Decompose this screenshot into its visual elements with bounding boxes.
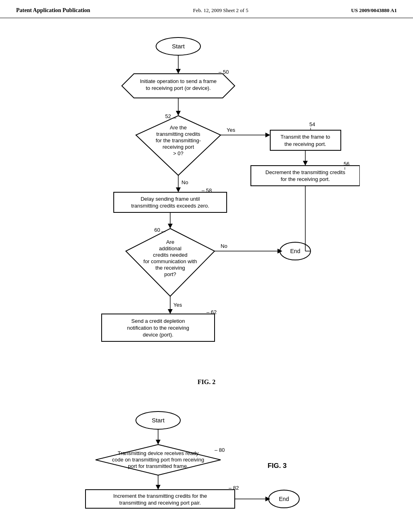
svg-text:to receiving port (or device).: to receiving port (or device). [146,85,211,91]
svg-text:Send a credit depletion: Send a credit depletion [131,318,185,324]
svg-marker-59 [168,309,173,314]
svg-text:device (port).: device (port). [143,332,173,338]
svg-text:transmitting and receiving por: transmitting and receiving port pair. [119,500,201,506]
svg-marker-69 [156,440,161,445]
svg-text:Yes: Yes [173,302,182,308]
svg-marker-3 [176,69,181,74]
svg-text:54: 54 [309,121,315,127]
svg-text:for the receiving port.: for the receiving port. [281,176,330,182]
svg-text:for the transmitting-: for the transmitting- [156,137,201,143]
svg-text:End: End [290,248,300,254]
svg-marker-27 [303,161,308,166]
header-left: Patent Application Publication [16,7,90,14]
svg-text:No: No [181,179,188,185]
svg-text:> 0?: > 0? [173,150,184,156]
svg-text:Transmitting device receives r: Transmitting device receives ready [118,450,199,456]
svg-text:FIG. 3: FIG. 3 [267,462,286,470]
svg-text:Yes: Yes [227,127,236,133]
svg-text:– 80: – 80 [215,447,225,453]
svg-text:60: 60 [154,227,160,233]
svg-text:Are: Are [166,239,174,245]
svg-text:52: 52 [165,113,171,119]
fig2-label: FIG. 2 [0,378,413,386]
page-header: Patent Application Publication Feb. 12, … [0,0,413,18]
svg-text:Start: Start [172,43,185,50]
svg-text:Are the: Are the [170,125,187,131]
svg-text:port?: port? [164,271,176,277]
header-center: Feb. 12, 2009 Sheet 2 of 5 [193,7,248,14]
fig2-diagram: Start – 50 Initiate operation to send a … [0,18,413,400]
svg-text:Start: Start [152,417,165,424]
svg-text:transmitting credits: transmitting credits [156,131,200,137]
svg-marker-9 [176,111,181,116]
svg-text:the receiving port.: the receiving port. [284,141,326,147]
header-right: US 2009/0043880 A1 [351,7,397,14]
svg-text:the receiving: the receiving [155,265,185,271]
svg-text:additional: additional [159,245,181,251]
svg-text:End: End [279,496,289,502]
svg-text:for communication with: for communication with [144,258,197,264]
svg-rect-30 [251,166,360,186]
svg-text:port for transmitted frame.: port for transmitted frame. [128,463,188,469]
svg-text:Delay sending frame until: Delay sending frame until [141,196,200,202]
svg-marker-34 [176,187,181,192]
svg-text:Initiate operation to send a f: Initiate operation to send a frame [140,78,217,84]
fig3-svg: Start – 80 Transmitting device receives … [53,408,360,513]
fig2-svg: Start – 50 Initiate operation to send a … [53,26,360,377]
svg-text:Transmit the frame to: Transmit the frame to [280,134,330,140]
svg-rect-37 [114,192,227,212]
svg-marker-19 [265,133,270,137]
svg-text:transmitting credits exceeds z: transmitting credits exceeds zero. [131,203,209,209]
svg-text:No: No [221,243,227,249]
svg-marker-41 [168,224,173,229]
svg-marker-83 [265,497,270,501]
svg-marker-77 [156,485,161,490]
svg-text:notification to the receiving: notification to the receiving [127,325,189,331]
svg-text:code on transmitting port from: code on transmitting port from receiving [112,457,204,463]
svg-text:Increment the transmitting cre: Increment the transmitting credits for t… [113,493,207,499]
fig3-diagram: Start – 80 Transmitting device receives … [0,400,413,521]
svg-text:credits needed: credits needed [153,252,187,258]
svg-rect-23 [270,130,341,150]
svg-text:Decrement the transmitting cre: Decrement the transmitting credits [265,169,345,175]
svg-text:receiving port: receiving port [163,144,194,150]
